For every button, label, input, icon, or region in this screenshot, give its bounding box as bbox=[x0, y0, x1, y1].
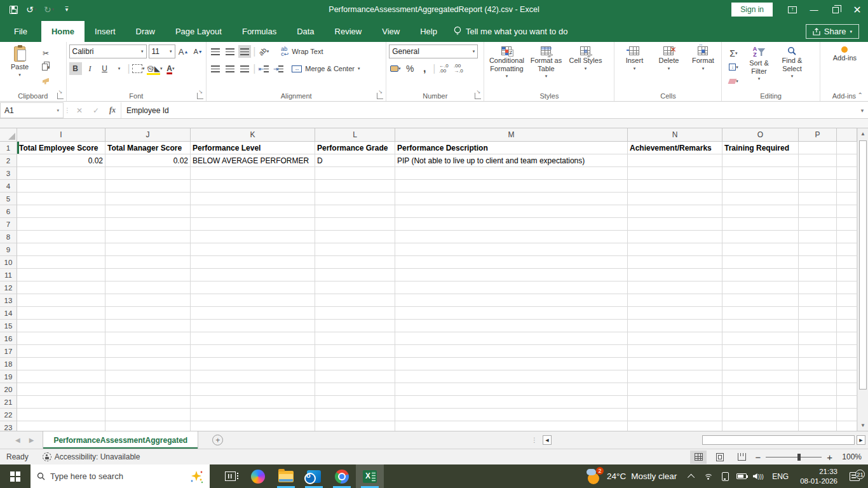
cell-L7[interactable] bbox=[315, 218, 395, 231]
cell-I2[interactable]: 0.02 bbox=[17, 154, 105, 167]
cell-L16[interactable] bbox=[315, 332, 395, 345]
cell-L9[interactable] bbox=[315, 243, 395, 256]
clipboard-dialog-launcher[interactable] bbox=[57, 93, 64, 99]
font-size-select[interactable]: 11▾ bbox=[149, 44, 175, 58]
cell-P11[interactable] bbox=[799, 269, 837, 281]
cell-K20[interactable] bbox=[191, 383, 315, 396]
cell-J4[interactable] bbox=[105, 180, 191, 193]
cell-J18[interactable] bbox=[105, 358, 191, 370]
cell-L11[interactable] bbox=[315, 269, 395, 281]
cell-M5[interactable] bbox=[395, 193, 628, 205]
show-hidden-icons-button[interactable] bbox=[684, 474, 700, 479]
cell-M7[interactable] bbox=[395, 218, 628, 231]
cell-J1[interactable]: Total Manager Score bbox=[105, 142, 191, 154]
row-header-20[interactable]: 20 bbox=[0, 383, 17, 396]
cell-K15[interactable] bbox=[191, 320, 315, 332]
row-header-6[interactable]: 6 bbox=[0, 205, 17, 218]
cell-K10[interactable] bbox=[191, 256, 315, 269]
cell-I6[interactable] bbox=[17, 205, 105, 218]
phone-link-button[interactable] bbox=[717, 472, 733, 481]
ribbon-tab-home[interactable]: Home bbox=[41, 21, 85, 42]
decrease-indent-button[interactable]: ⇤ bbox=[257, 62, 270, 75]
cell-J12[interactable] bbox=[105, 281, 191, 294]
cell-K13[interactable] bbox=[191, 294, 315, 307]
row-header-21[interactable]: 21 bbox=[0, 396, 17, 409]
new-sheet-button[interactable]: + bbox=[212, 435, 223, 445]
cell-N3[interactable] bbox=[628, 167, 722, 180]
cell-P1[interactable] bbox=[799, 142, 837, 154]
cell-N17[interactable] bbox=[628, 345, 722, 358]
cell-J20[interactable] bbox=[105, 383, 191, 396]
zoom-in-button[interactable]: + bbox=[827, 452, 832, 463]
cell-L8[interactable] bbox=[315, 231, 395, 243]
cell-P15[interactable] bbox=[799, 320, 837, 332]
cell-L6[interactable] bbox=[315, 205, 395, 218]
align-top-button[interactable] bbox=[209, 45, 222, 58]
cell-K9[interactable] bbox=[191, 243, 315, 256]
cell-I17[interactable] bbox=[17, 345, 105, 358]
zoom-slider-thumb[interactable] bbox=[797, 454, 801, 461]
cell-N19[interactable] bbox=[628, 370, 722, 383]
underline-options-button[interactable]: ▾ bbox=[113, 62, 126, 75]
cell-L20[interactable] bbox=[315, 383, 395, 396]
cell-I16[interactable] bbox=[17, 332, 105, 345]
cell-J3[interactable] bbox=[105, 167, 191, 180]
cell-O15[interactable] bbox=[722, 320, 799, 332]
cell-I10[interactable] bbox=[17, 256, 105, 269]
cell-x14[interactable] bbox=[837, 307, 857, 320]
cell-L5[interactable] bbox=[315, 193, 395, 205]
addins-button[interactable]: Add-ins bbox=[827, 44, 862, 90]
minimize-button[interactable]: — bbox=[803, 0, 825, 19]
cell-I21[interactable] bbox=[17, 396, 105, 409]
cell-J9[interactable] bbox=[105, 243, 191, 256]
start-button[interactable] bbox=[0, 464, 31, 488]
column-header-O[interactable]: O bbox=[722, 128, 799, 142]
cell-K6[interactable] bbox=[191, 205, 315, 218]
cell-L2[interactable]: D bbox=[315, 154, 395, 167]
cell-K21[interactable] bbox=[191, 396, 315, 409]
cell-M23[interactable] bbox=[395, 421, 628, 431]
select-all-corner[interactable] bbox=[0, 128, 17, 142]
cell-P6[interactable] bbox=[799, 205, 837, 218]
cell-L23[interactable] bbox=[315, 421, 395, 431]
cell-O1[interactable]: Training Required bbox=[722, 142, 799, 154]
cell-M9[interactable] bbox=[395, 243, 628, 256]
cell-x2[interactable] bbox=[837, 154, 857, 167]
cell-O3[interactable] bbox=[722, 167, 799, 180]
cell-L17[interactable] bbox=[315, 345, 395, 358]
column-header-N[interactable]: N bbox=[628, 128, 722, 142]
cell-K22[interactable] bbox=[191, 409, 315, 421]
cell-N11[interactable] bbox=[628, 269, 722, 281]
cell-O4[interactable] bbox=[722, 180, 799, 193]
wrap-text-button[interactable]: abc↩ Wrap Text bbox=[281, 45, 323, 58]
cell-J6[interactable] bbox=[105, 205, 191, 218]
cell-styles-button[interactable]: Cell Styles ▾ bbox=[566, 44, 605, 90]
cell-P22[interactable] bbox=[799, 409, 837, 421]
cell-O2[interactable] bbox=[722, 154, 799, 167]
cell-x17[interactable] bbox=[837, 345, 857, 358]
bold-button[interactable]: B bbox=[69, 62, 82, 75]
cell-L10[interactable] bbox=[315, 256, 395, 269]
cell-M4[interactable] bbox=[395, 180, 628, 193]
cell-K17[interactable] bbox=[191, 345, 315, 358]
cell-O16[interactable] bbox=[722, 332, 799, 345]
row-header-12[interactable]: 12 bbox=[0, 281, 17, 294]
cell-J23[interactable] bbox=[105, 421, 191, 431]
cell-P17[interactable] bbox=[799, 345, 837, 358]
cell-x8[interactable] bbox=[837, 231, 857, 243]
delete-cells-button[interactable]: ✕ Delete ▾ bbox=[651, 44, 686, 90]
cell-x23[interactable] bbox=[837, 421, 857, 431]
format-as-table-button[interactable]: Format as Table ▾ bbox=[526, 44, 566, 90]
restore-button[interactable] bbox=[825, 0, 846, 19]
sign-in-button[interactable]: Sign in bbox=[731, 3, 773, 17]
cell-x16[interactable] bbox=[837, 332, 857, 345]
cell-L12[interactable] bbox=[315, 281, 395, 294]
cell-M6[interactable] bbox=[395, 205, 628, 218]
accessibility-status[interactable]: Accessibility: Unavailable bbox=[37, 452, 146, 461]
borders-button[interactable]: ▾ bbox=[132, 62, 145, 75]
redo-button[interactable]: ↻▾ bbox=[41, 1, 57, 18]
cell-K14[interactable] bbox=[191, 307, 315, 320]
cell-I22[interactable] bbox=[17, 409, 105, 421]
outlook-button[interactable] bbox=[300, 464, 328, 488]
cell-N1[interactable]: Achievement/Remarks bbox=[628, 142, 722, 154]
